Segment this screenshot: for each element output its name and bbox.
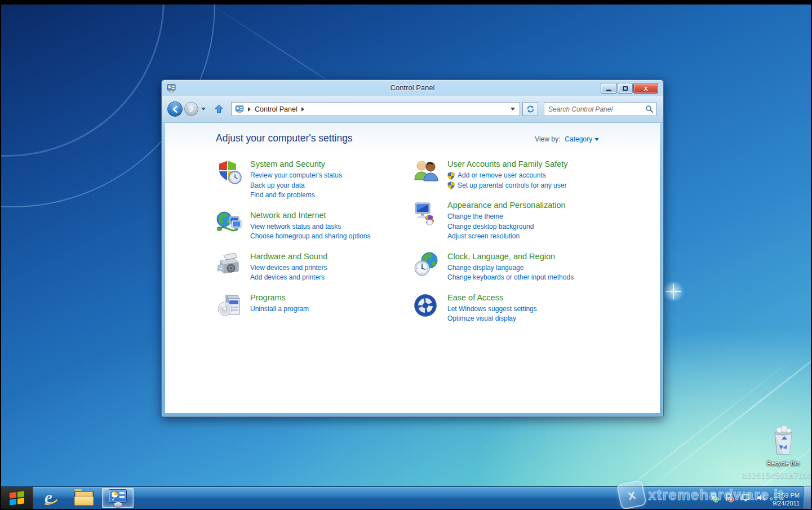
- task-link[interactable]: Change the theme: [447, 212, 566, 222]
- refresh-icon: [526, 105, 535, 113]
- uac-shield-icon: [447, 181, 455, 189]
- task-link[interactable]: Back up your data: [250, 181, 342, 191]
- category-appearance: Appearance and Personalization Change th…: [413, 199, 650, 242]
- maximize-button[interactable]: [618, 83, 633, 94]
- volume-icon[interactable]: [756, 493, 767, 503]
- category-clock-language-region: Clock, Language, and Region Change displ…: [413, 250, 650, 283]
- task-link[interactable]: Review your computer's status: [250, 171, 342, 181]
- task-link[interactable]: Uninstall a program: [250, 304, 309, 314]
- taskbar: e: [1, 486, 811, 509]
- ease-of-access-icon[interactable]: [413, 292, 440, 319]
- minimize-button[interactable]: [601, 83, 617, 94]
- category-system-and-security: System and Security Review your computer…: [216, 158, 407, 201]
- category-title[interactable]: Ease of Access: [447, 293, 537, 302]
- network-globe-icon[interactable]: [216, 210, 243, 237]
- network-icon[interactable]: [739, 493, 751, 503]
- task-link-with-shield[interactable]: Add or remove user accounts: [447, 171, 568, 181]
- breadcrumb-chevron-icon[interactable]: [248, 107, 251, 112]
- category-programs: Programs Uninstall a program: [216, 291, 407, 319]
- category-title[interactable]: System and Security: [250, 159, 342, 168]
- category-title[interactable]: Hardware and Sound: [250, 252, 327, 261]
- taskbar-file-explorer[interactable]: [68, 487, 100, 509]
- maximize-icon: [623, 86, 628, 91]
- task-link-with-shield[interactable]: Set up parental controls for any user: [447, 181, 568, 191]
- up-arrow-icon: [214, 104, 224, 114]
- category-title[interactable]: Clock, Language, and Region: [447, 252, 574, 261]
- category-ease-of-access: Ease of Access Let Windows suggest setti…: [413, 291, 650, 324]
- up-button[interactable]: [214, 104, 224, 114]
- breadcrumb[interactable]: Control Panel: [255, 105, 298, 113]
- recycle-bin-label: Recycle Bin: [763, 460, 804, 467]
- window-icon: [167, 83, 176, 95]
- task-link[interactable]: Choose homegroup and sharing options: [250, 232, 370, 242]
- control-panel-content: Adjust your computer's settings View by:…: [165, 123, 660, 413]
- category-title[interactable]: Programs: [250, 293, 309, 302]
- task-link[interactable]: Change desktop background: [447, 222, 566, 232]
- usb-safely-remove-icon[interactable]: [709, 493, 719, 503]
- minimize-icon: [606, 90, 611, 91]
- clock-time: 12:59 PM: [773, 491, 800, 499]
- action-center-flag-icon[interactable]: [724, 493, 734, 503]
- view-by-chevron-icon[interactable]: [594, 138, 599, 141]
- wallpaper-arc: [1, 5, 165, 157]
- personalization-icon[interactable]: [413, 199, 440, 227]
- search-box[interactable]: [544, 102, 656, 116]
- build-watermark: b32615d501a711d0: [742, 471, 811, 480]
- recent-pages-chevron-icon[interactable]: [201, 108, 206, 110]
- system-tray: 12:59 PM 9/24/2011: [709, 486, 800, 509]
- control-panel-window: Control Panel x: [161, 79, 664, 417]
- internet-explorer-icon: e: [41, 489, 60, 507]
- recycle-bin-icon[interactable]: [770, 449, 796, 458]
- address-dropdown-icon[interactable]: [511, 108, 515, 110]
- category-title[interactable]: Appearance and Personalization: [447, 201, 566, 210]
- refresh-button[interactable]: [522, 102, 538, 116]
- users-icon[interactable]: [413, 158, 440, 185]
- start-button[interactable]: [1, 487, 33, 509]
- folder-icon: [74, 491, 94, 505]
- task-link[interactable]: Find and fix problems: [250, 190, 342, 201]
- recycle-bin[interactable]: Recycle Bin: [763, 426, 804, 467]
- task-link[interactable]: Change keyboards or other input methods: [447, 273, 574, 283]
- task-link[interactable]: View network status and tasks: [250, 222, 370, 232]
- task-link[interactable]: Let Windows suggest settings: [447, 304, 537, 314]
- back-arrow-icon: [171, 105, 179, 113]
- view-by-label: View by:: [535, 135, 560, 143]
- taskbar-internet-explorer[interactable]: e: [34, 487, 66, 509]
- wallpaper-sparkle: [665, 283, 682, 300]
- address-location-icon: [235, 105, 244, 113]
- taskbar-control-panel-active[interactable]: [102, 488, 134, 508]
- address-bar[interactable]: Control Panel: [231, 102, 520, 116]
- clock-date: 9/24/2011: [773, 499, 800, 507]
- view-by-value[interactable]: Category: [565, 135, 592, 143]
- task-link[interactable]: Change display language: [447, 263, 574, 273]
- task-link[interactable]: Optimize visual display: [447, 314, 537, 324]
- category-network-and-internet: Network and Internet View network status…: [216, 209, 407, 242]
- window-title: Control Panel: [162, 80, 663, 96]
- clock-globe-icon[interactable]: [413, 251, 440, 278]
- taskbar-clock[interactable]: 12:59 PM 9/24/2011: [773, 489, 800, 507]
- category-title[interactable]: User Accounts and Family Safety: [447, 159, 568, 168]
- desktop: b32615d501a711d0 Recycle Bin: [1, 5, 811, 509]
- search-input[interactable]: [548, 105, 645, 113]
- task-link[interactable]: Adjust screen resolution: [447, 232, 566, 242]
- program-box-icon[interactable]: [216, 292, 243, 319]
- forward-button[interactable]: [184, 102, 198, 116]
- uac-shield-icon: [447, 172, 455, 180]
- printer-icon[interactable]: [216, 251, 243, 278]
- breadcrumb-chevron-icon[interactable]: [301, 107, 304, 112]
- category-user-accounts: User Accounts and Family Safety: [413, 158, 650, 190]
- control-panel-icon: [108, 490, 127, 507]
- show-desktop-button[interactable]: [803, 486, 811, 509]
- navigation-bar: Control Panel: [162, 96, 663, 123]
- search-icon[interactable]: [645, 105, 654, 113]
- category-title[interactable]: Network and Internet: [250, 211, 370, 220]
- task-link[interactable]: View devices and printers: [250, 263, 327, 273]
- close-icon: x: [644, 83, 647, 93]
- task-link[interactable]: Add devices and printers: [250, 273, 327, 283]
- back-button[interactable]: [167, 101, 183, 117]
- page-title: Adjust your computer's settings: [216, 132, 353, 144]
- close-button[interactable]: x: [633, 83, 658, 94]
- category-hardware-and-sound: Hardware and Sound View devices and prin…: [216, 250, 407, 283]
- title-bar[interactable]: Control Panel x: [162, 80, 663, 96]
- security-shield-icon[interactable]: [216, 158, 243, 185]
